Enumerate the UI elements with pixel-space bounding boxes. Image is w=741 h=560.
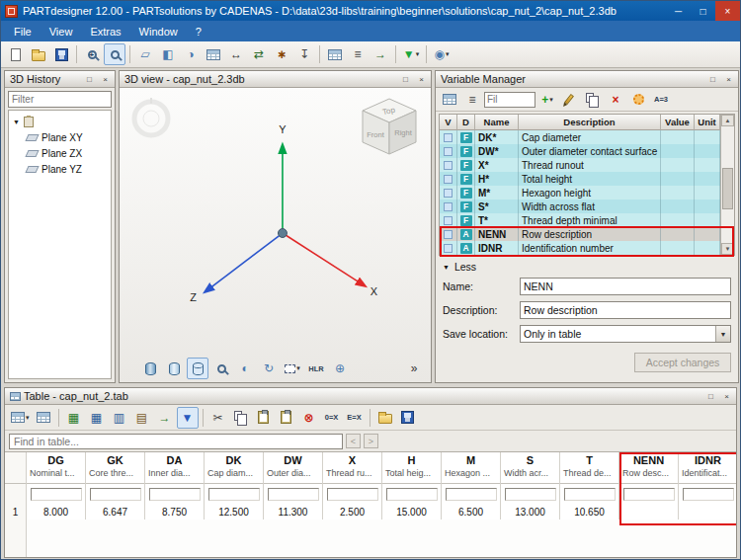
zoom-fit-button[interactable] (210, 358, 232, 379)
more-display-options-button[interactable]: » (403, 358, 425, 379)
column-filter-box[interactable] (327, 488, 378, 501)
list-view-button[interactable]: ≡ (347, 43, 369, 65)
insert-column-button[interactable]: ▥ (109, 407, 130, 429)
column-header[interactable]: GKCore thre... (86, 452, 144, 484)
close-panel-icon[interactable]: × (720, 390, 733, 403)
checkbox-icon[interactable] (444, 230, 453, 239)
menu-item-window[interactable]: Window (130, 23, 187, 40)
orientation-cube[interactable]: Top Front Right (358, 96, 421, 159)
maximize-button[interactable]: □ (691, 1, 715, 21)
variable-row-dk[interactable]: FDK*Cap diameter (440, 130, 720, 144)
column-header[interactable]: DGNominal t... (27, 452, 85, 484)
revolve-button[interactable]: ◑ (180, 43, 202, 65)
zoom-window-button[interactable] (104, 43, 125, 65)
menu-item-extras[interactable]: Extras (81, 23, 129, 40)
variable-table-scrollbar[interactable]: ▲ ▼ (720, 115, 734, 255)
edit-variable-button[interactable] (559, 89, 581, 111)
column-header[interactable]: NENNRow desc... (619, 452, 678, 484)
checkbox-icon[interactable] (444, 175, 453, 184)
menu-item-help[interactable]: ? (187, 23, 210, 40)
column-header-unit[interactable]: Unit (695, 115, 720, 130)
column-header-name[interactable]: Name (475, 115, 519, 130)
insert-row-above-button[interactable]: ▦ (63, 407, 85, 429)
table-options-button[interactable]: ▾ (9, 407, 32, 429)
variable-row-t[interactable]: FT*Thread depth minimal (440, 213, 720, 227)
column-value[interactable] (679, 504, 736, 520)
column-header[interactable]: HTotal heig... (382, 452, 441, 484)
mesh-display-button[interactable]: ⊕ (329, 358, 351, 379)
auto-dimension-button[interactable]: A=3 (650, 89, 672, 111)
column-filter-box[interactable] (623, 488, 675, 501)
column-header[interactable]: DKCap diam... (205, 452, 263, 484)
tools-button[interactable]: ∗ (271, 43, 292, 65)
dimension-button[interactable]: ↔ (225, 43, 247, 65)
column-filter-box[interactable] (564, 488, 616, 501)
column-filter-box[interactable] (446, 488, 497, 501)
column-filter-box[interactable] (208, 488, 260, 501)
checkbox-icon[interactable] (444, 189, 453, 198)
column-header[interactable]: MHexagon ... (442, 452, 500, 484)
shading-button[interactable]: ◐ (234, 358, 256, 379)
attach-button[interactable]: ↧ (293, 43, 315, 65)
float-panel-icon[interactable]: □ (704, 390, 717, 403)
variable-filter-input[interactable] (484, 92, 535, 108)
insert-row-below-button[interactable]: ▦ (86, 407, 108, 429)
connection-button[interactable]: ◉▾ (431, 43, 453, 65)
checkbox-icon[interactable] (444, 216, 453, 225)
expression-check-button[interactable]: E=X (344, 407, 366, 429)
hidden-line-button[interactable]: HLR (305, 358, 327, 379)
column-value[interactable]: 8.000 (27, 504, 85, 520)
paste-special-button[interactable] (276, 407, 297, 429)
variable-row-h[interactable]: FH*Total height (440, 172, 720, 186)
column-filter-box[interactable] (90, 488, 141, 501)
variable-row-m[interactable]: FM*Hexagon height (440, 186, 720, 200)
variables-grid-view-button[interactable] (439, 89, 460, 111)
delete-cells-button[interactable]: ⊗ (298, 407, 320, 429)
find-next-button[interactable]: > (364, 434, 378, 448)
description-field[interactable] (520, 301, 731, 319)
close-button[interactable]: × (715, 1, 740, 21)
column-header[interactable]: SWidth acr... (501, 452, 559, 484)
copy-variable-button[interactable] (582, 89, 604, 111)
column-header[interactable]: XThread ru... (323, 452, 381, 484)
checkbox-icon[interactable] (444, 133, 453, 142)
float-panel-icon[interactable]: □ (399, 73, 412, 86)
menu-item-view[interactable]: View (41, 23, 82, 40)
column-value[interactable]: 8.750 (145, 504, 204, 520)
export-button[interactable]: → (370, 43, 391, 65)
tree-root[interactable]: ▼ (9, 114, 111, 129)
tree-item-plane-xy[interactable]: Plane XY (9, 129, 111, 145)
menu-item-file[interactable]: File (5, 23, 41, 40)
minimize-button[interactable]: ─ (666, 1, 691, 21)
quick-start-button[interactable]: ▼▾ (400, 43, 422, 65)
rotate-view-button[interactable]: ↻ (258, 358, 280, 379)
cut-button[interactable]: ✂ (207, 407, 229, 429)
save-button[interactable] (50, 43, 72, 65)
save-location-select[interactable]: Only in table ▼ (520, 325, 731, 343)
chevron-down-icon[interactable]: ▼ (715, 326, 730, 342)
column-header-value[interactable]: Value (661, 115, 695, 130)
open-table-button[interactable] (374, 407, 396, 429)
new-document-button[interactable] (5, 43, 27, 65)
column-filter-box[interactable] (149, 488, 201, 501)
paste-button[interactable] (253, 407, 275, 429)
zoom-in-button[interactable] (81, 43, 103, 65)
history-filter-input[interactable] (8, 91, 112, 108)
find-in-table-input[interactable] (9, 434, 343, 449)
column-value[interactable]: 12.500 (205, 504, 263, 520)
display-shaded-button[interactable] (163, 358, 185, 379)
checkbox-icon[interactable] (444, 147, 453, 156)
tree-item-plane-zx[interactable]: Plane ZX (9, 145, 111, 161)
column-value[interactable]: 6.647 (86, 504, 144, 520)
variables-list-view-button[interactable]: ≡ (461, 89, 483, 111)
column-header[interactable]: DWOuter dia... (264, 452, 322, 484)
column-value[interactable]: 6.500 (442, 504, 500, 520)
scroll-down-icon[interactable]: ▼ (721, 243, 734, 255)
accept-changes-button[interactable]: Accept changes (634, 353, 731, 372)
find-previous-button[interactable]: < (346, 434, 361, 448)
part-table-button[interactable] (324, 43, 346, 65)
delete-variable-button[interactable]: × (605, 89, 626, 111)
sort-descending-button[interactable]: ▼ (177, 407, 199, 429)
variable-row-x[interactable]: FX*Thread runout (440, 158, 720, 172)
zero-value-check-button[interactable]: 0=X (321, 407, 343, 429)
